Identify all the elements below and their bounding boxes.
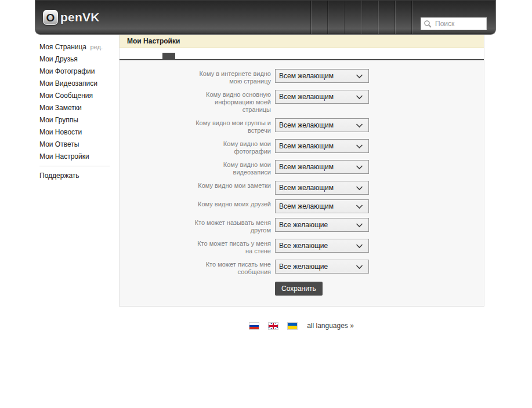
- settings-tab[interactable]: [126, 53, 139, 59]
- sidebar-item-label: Мои Настройки: [39, 152, 89, 161]
- sidebar-item-label: Мои Фотографии: [39, 67, 95, 75]
- privacy-setting-row: Кто может называть меня другом Все желаю…: [120, 217, 484, 234]
- privacy-setting-label: Кому видно мои заметки: [190, 180, 271, 190]
- header-search-area: [412, 1, 495, 34]
- select-value: Все желающие: [279, 221, 328, 229]
- privacy-setting-row: Кому видно мои заметки Всем желающим: [120, 180, 484, 195]
- select-value: Всем желающим: [279, 184, 334, 192]
- sidebar-item[interactable]: Моя Страница ред.: [39, 41, 119, 53]
- chevron-down-icon: [356, 165, 363, 170]
- privacy-setting-row: Кому в интернете видно мою страницу Всем…: [120, 68, 484, 85]
- privacy-setting-select[interactable]: Все желающие: [275, 218, 369, 232]
- page: O penVK Моя Страница ред. Мои Друзья: [35, 0, 496, 330]
- sidebar-item-label: Мои Видеозаписи: [39, 79, 97, 88]
- chevron-down-icon: [356, 185, 363, 191]
- privacy-form: Кому в интернете видно мою страницу Всем…: [120, 60, 484, 306]
- sidebar-item-label: Моя Страница: [39, 43, 86, 51]
- openvk-logo-text: penVK: [60, 10, 100, 24]
- privacy-setting-select[interactable]: Всем желающим: [275, 139, 369, 153]
- select-value: Всем желающим: [279, 121, 334, 129]
- privacy-setting-select[interactable]: Всем желающим: [275, 90, 369, 104]
- top-nav: [311, 1, 412, 34]
- sidebar-item-label: Мои Заметки: [39, 104, 82, 112]
- sidebar-item[interactable]: Мои Новости: [39, 126, 119, 138]
- chevron-down-icon: [356, 123, 363, 128]
- select-value: Всем желающим: [279, 72, 334, 80]
- privacy-setting-row: Кому видно мои группы и встречи Всем жел…: [120, 118, 484, 134]
- privacy-setting-select[interactable]: Всем желающим: [275, 160, 369, 174]
- privacy-setting-label: Кому видно мои фотографии: [190, 139, 271, 155]
- privacy-setting-row: Кому видно основную информацию моей стра…: [120, 89, 484, 114]
- sidebar-item[interactable]: Мои Сообщения: [39, 89, 119, 101]
- sidebar-divider: [39, 166, 110, 166]
- privacy-setting-row: Кому видно мои фотографии Всем желающим: [120, 139, 484, 155]
- select-value: Все желающие: [279, 263, 328, 271]
- settings-panel: Мои Настройки Кому в интернете видно мою…: [119, 35, 484, 307]
- top-nav-item[interactable]: [311, 1, 328, 34]
- chevron-down-icon: [356, 243, 363, 249]
- uk-flag-icon[interactable]: [269, 323, 278, 329]
- privacy-setting-row: Кому видно моих друзей Всем желающим: [120, 199, 484, 213]
- page-title: Мои Настройки: [120, 35, 484, 48]
- all-languages-link[interactable]: all languages »: [307, 322, 354, 330]
- sidebar-item-support[interactable]: Поддержать: [39, 169, 119, 181]
- top-nav-item[interactable]: [328, 1, 345, 34]
- privacy-setting-label: Кому видно мои видеозаписи: [190, 159, 271, 176]
- privacy-setting-select[interactable]: Все желающие: [275, 239, 369, 253]
- top-nav-item[interactable]: [361, 1, 378, 34]
- settings-tab[interactable]: [198, 53, 211, 59]
- chevron-down-icon: [356, 223, 363, 228]
- privacy-setting-select[interactable]: Всем желающим: [275, 69, 369, 83]
- sidebar-item[interactable]: Мои Ответы: [39, 138, 119, 150]
- select-value: Всем желающим: [279, 93, 334, 101]
- settings-tab[interactable]: [144, 53, 157, 59]
- sidebar-item-label: Поддержать: [39, 172, 79, 180]
- openvk-logo[interactable]: O penVK: [35, 1, 100, 34]
- privacy-setting-label: Кому в интернете видно мою страницу: [190, 68, 271, 85]
- save-button[interactable]: Сохранить: [275, 282, 323, 296]
- sidebar-item[interactable]: Мои Видеозаписи: [39, 77, 119, 89]
- select-value: Всем желающим: [279, 142, 334, 150]
- select-value: Всем желающим: [279, 163, 334, 171]
- top-nav-item[interactable]: [345, 1, 361, 34]
- sidebar: Моя Страница ред. Мои Друзья Мои Фотогра…: [35, 35, 119, 307]
- privacy-setting-select[interactable]: Всем желающим: [275, 118, 369, 132]
- privacy-setting-label: Кто может писать мне сообщения: [190, 259, 271, 276]
- sidebar-item[interactable]: Мои Настройки: [39, 150, 119, 162]
- sidebar-item[interactable]: Мои Группы: [39, 114, 119, 126]
- privacy-setting-select[interactable]: Все желающие: [275, 260, 369, 274]
- privacy-setting-select[interactable]: Всем желающим: [275, 181, 369, 195]
- top-nav-item[interactable]: [395, 1, 412, 34]
- sidebar-item[interactable]: Мои Друзья: [39, 53, 119, 65]
- settings-tab[interactable]: [162, 53, 175, 59]
- russia-flag-icon[interactable]: [249, 323, 259, 329]
- language-bar: all languages »: [119, 322, 484, 330]
- settings-tab[interactable]: [180, 53, 193, 59]
- sidebar-item[interactable]: Мои Заметки: [39, 101, 119, 114]
- select-value: Всем желающим: [279, 202, 334, 210]
- sidebar-item-label: Мои Друзья: [39, 55, 78, 63]
- footer: all languages »: [119, 307, 484, 330]
- top-header: O penVK: [35, 0, 496, 35]
- openvk-logo-icon: O: [43, 10, 58, 25]
- search-input[interactable]: [421, 17, 487, 30]
- select-value: Все желающие: [279, 242, 328, 250]
- chevron-down-icon: [356, 74, 363, 79]
- chevron-down-icon: [356, 94, 363, 100]
- sidebar-item-label: Мои Ответы: [39, 140, 79, 148]
- ukraine-flag-icon[interactable]: [288, 323, 297, 329]
- privacy-setting-label: Кто может называть меня другом: [190, 217, 271, 234]
- top-nav-item[interactable]: [378, 1, 395, 34]
- privacy-setting-label: Кому видно основную информацию моей стра…: [190, 89, 271, 114]
- chevron-down-icon: [356, 264, 363, 269]
- privacy-setting-select[interactable]: Всем желающим: [275, 199, 369, 213]
- privacy-setting-label: Кому видно моих друзей: [190, 199, 271, 208]
- privacy-setting-label: Кто может писать у меня на стене: [190, 238, 271, 255]
- privacy-setting-label: Кому видно мои группы и встречи: [190, 118, 271, 134]
- edit-link[interactable]: ред.: [91, 43, 103, 50]
- privacy-setting-row: Кто может писать мне сообщения Все желаю…: [120, 259, 484, 276]
- privacy-setting-row: Кому видно мои видеозаписи Всем желающим: [120, 159, 484, 176]
- sidebar-item[interactable]: Мои Фотографии: [39, 65, 119, 77]
- sidebar-item-label: Мои Новости: [39, 128, 82, 136]
- privacy-setting-row: Кто может писать у меня на стене Все жел…: [120, 238, 484, 255]
